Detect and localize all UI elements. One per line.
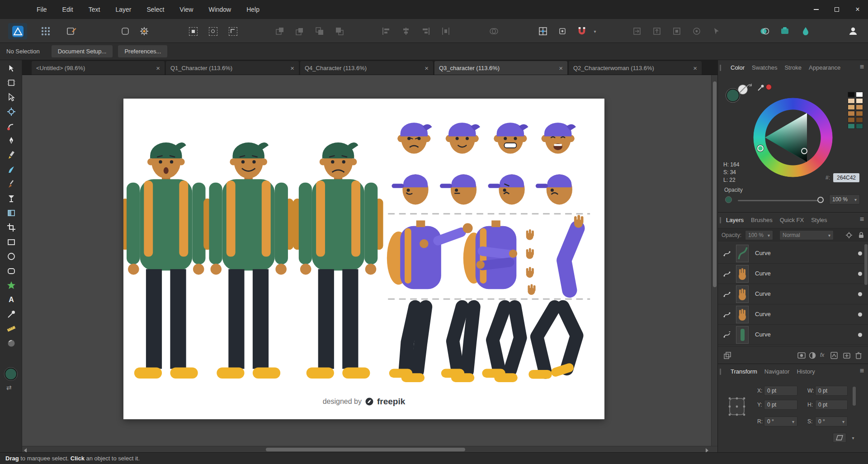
- color-cycle-button[interactable]: [756, 23, 773, 39]
- shear-dropdown[interactable]: 0 °▾: [815, 417, 848, 426]
- layer-visibility-dot[interactable]: [858, 312, 862, 317]
- tab-navigator[interactable]: Navigator: [764, 368, 790, 375]
- color-panel-menu-icon[interactable]: ≡: [860, 63, 864, 71]
- snapping-grid-button[interactable]: [535, 23, 551, 39]
- close-icon[interactable]: ×: [555, 64, 563, 72]
- align-right-button[interactable]: [418, 23, 434, 39]
- rectangle-tool[interactable]: [6, 237, 17, 247]
- layer-row[interactable]: Curve: [718, 264, 868, 284]
- swatch[interactable]: [848, 123, 855, 129]
- order-backward-button[interactable]: [311, 23, 328, 39]
- layer-name[interactable]: Curve: [755, 311, 771, 317]
- layer-thumbnail[interactable]: [736, 285, 749, 303]
- tab-q4-character[interactable]: Q4_Character (113.6%)×: [300, 61, 433, 75]
- close-button[interactable]: ×: [847, 0, 868, 19]
- layer-visibility-dot[interactable]: [858, 292, 862, 296]
- opacity-slider[interactable]: [738, 200, 822, 201]
- snap-mode-corner-button[interactable]: [225, 23, 241, 39]
- swatch[interactable]: [856, 98, 863, 104]
- panel-grip[interactable]: [720, 217, 721, 223]
- node-tool[interactable]: [6, 92, 17, 103]
- preferences-button[interactable]: Preferences...: [118, 45, 167, 57]
- menu-view[interactable]: View: [172, 0, 201, 19]
- edit-all-layers-icon[interactable]: [723, 351, 731, 360]
- layer-row[interactable]: Curve: [718, 325, 868, 345]
- tab-color[interactable]: Color: [731, 64, 745, 71]
- snapping-magnet-button[interactable]: [574, 23, 590, 39]
- menu-select[interactable]: Select: [139, 0, 172, 19]
- pencil-tool[interactable]: [6, 150, 17, 161]
- adjustment-layer-icon[interactable]: [808, 351, 816, 360]
- assistant-gear-button[interactable]: [136, 23, 152, 39]
- tab-brushes[interactable]: Brushes: [751, 217, 773, 223]
- swap-colors-icon[interactable]: ⇄: [6, 384, 12, 391]
- align-center-button[interactable]: [398, 23, 414, 39]
- swatch-drop-button[interactable]: [797, 23, 814, 39]
- menu-window[interactable]: Window: [201, 0, 239, 19]
- text-tool[interactable]: A: [6, 294, 17, 305]
- transparency-tool[interactable]: [6, 208, 17, 218]
- rounded-rectangle-tool[interactable]: [6, 265, 17, 276]
- tab-q1-character[interactable]: Q1_Character (113.6%)×: [166, 61, 299, 75]
- order-forward-button[interactable]: [292, 23, 308, 39]
- swatch[interactable]: [856, 123, 863, 129]
- tab-quick-fx[interactable]: Quick FX: [780, 217, 804, 223]
- distribute-button[interactable]: [438, 23, 454, 39]
- swatch[interactable]: [848, 98, 855, 104]
- layer-thumbnail[interactable]: [736, 326, 749, 344]
- select-same-button[interactable]: [689, 23, 705, 39]
- hue-selector[interactable]: [757, 145, 764, 152]
- close-icon[interactable]: ×: [152, 64, 160, 72]
- scroll-left-icon[interactable]: [24, 448, 27, 452]
- tab-styles[interactable]: Styles: [811, 217, 827, 223]
- swatch[interactable]: [848, 92, 855, 97]
- swatch[interactable]: [848, 111, 855, 116]
- pixel-align-toggle[interactable]: [554, 23, 571, 39]
- layer-name[interactable]: Curve: [755, 250, 771, 256]
- view-tool[interactable]: [6, 338, 17, 349]
- tab-q3-character[interactable]: Q3_character (113.6%)×: [434, 61, 567, 75]
- transform-mode-chevron[interactable]: ▾: [848, 433, 856, 443]
- swatch[interactable]: [848, 104, 855, 110]
- horizontal-scrollbar[interactable]: [22, 446, 717, 452]
- scroll-right-icon[interactable]: [706, 448, 708, 452]
- layers-panel-menu-icon[interactable]: ≡: [860, 215, 864, 223]
- transform-mode-button[interactable]: [833, 433, 846, 443]
- insert-behind-button[interactable]: [629, 23, 645, 39]
- layer-thumbnail[interactable]: [736, 306, 749, 323]
- persona-pixel-button[interactable]: [38, 23, 54, 39]
- fill-stroke-wells[interactable]: [726, 85, 753, 106]
- menu-file[interactable]: File: [29, 0, 55, 19]
- panel-grip[interactable]: [720, 65, 721, 71]
- shape-tool[interactable]: [6, 280, 17, 291]
- menu-text[interactable]: Text: [81, 0, 108, 19]
- artboard[interactable]: designed by freepik: [123, 99, 604, 419]
- character-artwork[interactable]: [123, 99, 604, 419]
- swatch[interactable]: [856, 92, 863, 97]
- fill-well[interactable]: [726, 89, 740, 102]
- opacity-value-dropdown[interactable]: 100 %▾: [829, 194, 860, 204]
- layer-visibility-dot[interactable]: [858, 251, 862, 256]
- y-input[interactable]: 0 pt: [764, 400, 797, 410]
- paint-brush-tool[interactable]: [6, 179, 17, 189]
- layer-row[interactable]: Curve: [718, 243, 868, 264]
- layer-row[interactable]: Curve: [718, 284, 868, 304]
- new-layer-icon[interactable]: [843, 351, 851, 360]
- layers-scrollbar[interactable]: [864, 244, 868, 285]
- picked-color-dot[interactable]: [766, 84, 772, 90]
- select-object-button[interactable]: [708, 23, 725, 39]
- close-icon[interactable]: ×: [287, 64, 294, 72]
- resource-manager-button[interactable]: [777, 23, 793, 39]
- horizontal-scroll-thumb[interactable]: [266, 448, 465, 451]
- hex-input[interactable]: 264C42: [833, 173, 859, 182]
- boolean-divide-button[interactable]: [486, 23, 502, 39]
- transform-panel-menu-icon[interactable]: ≡: [860, 367, 864, 375]
- live-filter-icon[interactable]: [830, 351, 838, 360]
- active-color-well[interactable]: [5, 368, 17, 380]
- pen-tool[interactable]: [6, 135, 17, 146]
- tab-stroke[interactable]: Stroke: [784, 64, 802, 71]
- layer-thumbnail[interactable]: [736, 265, 749, 283]
- point-transform-tool[interactable]: [6, 106, 17, 117]
- layer-name[interactable]: Curve: [755, 331, 771, 338]
- lock-icon[interactable]: [858, 232, 864, 239]
